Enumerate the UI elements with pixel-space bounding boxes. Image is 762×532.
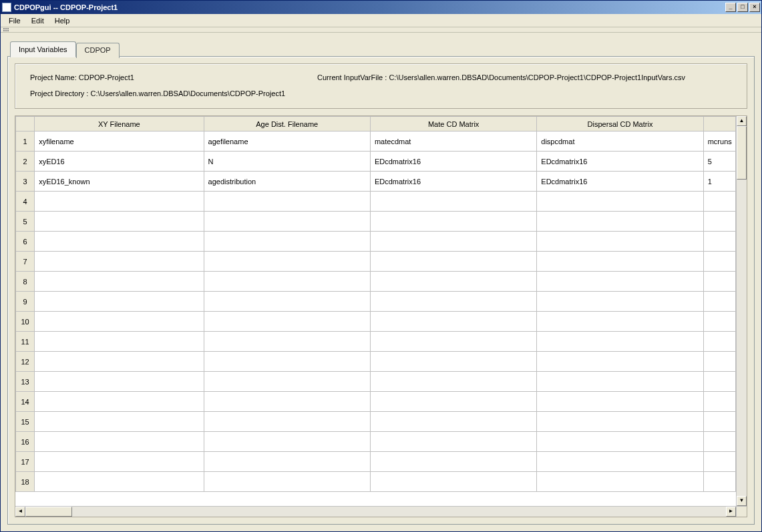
menu-help[interactable]: Help <box>49 15 75 26</box>
table-row[interactable]: 6 <box>16 232 736 252</box>
vertical-scroll-thumb[interactable] <box>737 126 747 180</box>
grip-icon[interactable] <box>3 28 9 32</box>
grid-cell[interactable] <box>35 312 204 332</box>
row-header[interactable]: 15 <box>16 412 35 432</box>
scroll-up-button[interactable]: ▲ <box>737 116 747 126</box>
table-row[interactable]: 2xyED16NEDcdmatrix16EDcdmatrix165 <box>16 152 736 172</box>
grid-cell[interactable] <box>537 352 703 372</box>
grid-cell[interactable] <box>370 432 536 452</box>
grid-cell[interactable] <box>204 452 370 472</box>
grid-cell[interactable]: 1 <box>703 172 735 192</box>
grid-cell[interactable]: xyED16_known <box>35 172 204 192</box>
grid-cell[interactable] <box>703 192 735 212</box>
grid-cell[interactable] <box>370 372 536 392</box>
grid-cell[interactable] <box>370 392 536 412</box>
table-row[interactable]: 11 <box>16 332 736 352</box>
grid-corner[interactable] <box>16 117 35 131</box>
row-header[interactable]: 4 <box>16 192 35 212</box>
row-header[interactable]: 8 <box>16 272 35 292</box>
col-header-dispersal-cd[interactable]: Dispersal CD Matrix <box>537 117 703 131</box>
grid-cell[interactable] <box>204 472 370 492</box>
grid-cell[interactable] <box>204 212 370 232</box>
grid-cell[interactable] <box>204 392 370 412</box>
grid-cell[interactable]: EDcdmatrix16 <box>537 152 703 172</box>
tab-input-variables[interactable]: Input Variables <box>10 41 76 57</box>
grid-cell[interactable] <box>204 332 370 352</box>
grid-cell[interactable]: EDcdmatrix16 <box>537 172 703 192</box>
grid-cell[interactable] <box>370 272 536 292</box>
maximize-button[interactable]: □ <box>737 3 748 12</box>
grid-cell[interactable] <box>35 292 204 312</box>
close-button[interactable]: × <box>749 3 760 12</box>
grid-cell[interactable] <box>703 432 735 452</box>
grid-cell[interactable] <box>703 252 735 272</box>
row-header[interactable]: 3 <box>16 172 35 192</box>
grid-cell[interactable] <box>703 412 735 432</box>
grid-cell[interactable] <box>370 312 536 332</box>
grid-cell[interactable] <box>370 352 536 372</box>
grid-cell[interactable]: mcruns <box>703 131 735 152</box>
grid-cell[interactable] <box>35 472 204 492</box>
inputvar-grid[interactable]: XY Filename Age Dist. Filename Mate CD M… <box>15 116 736 506</box>
grid-cell[interactable] <box>35 352 204 372</box>
grid-cell[interactable] <box>204 252 370 272</box>
menu-file[interactable]: File <box>3 15 26 26</box>
row-header[interactable]: 2 <box>16 152 35 172</box>
grid-cell[interactable] <box>537 392 703 412</box>
grid-cell[interactable]: EDcdmatrix16 <box>370 172 536 192</box>
grid-cell[interactable]: dispcdmat <box>537 131 703 152</box>
grid-cell[interactable]: N <box>204 152 370 172</box>
grid-cell[interactable] <box>370 452 536 472</box>
grid-cell[interactable] <box>35 272 204 292</box>
vertical-scroll-track[interactable] <box>737 126 747 496</box>
grid-cell[interactable] <box>703 212 735 232</box>
grid-cell[interactable] <box>35 432 204 452</box>
grid-cell[interactable] <box>35 332 204 352</box>
grid-cell[interactable]: 5 <box>703 152 735 172</box>
grid-cell[interactable] <box>537 332 703 352</box>
grid-cell[interactable]: agefilename <box>204 131 370 152</box>
grid-cell[interactable] <box>370 212 536 232</box>
table-row[interactable]: 9 <box>16 292 736 312</box>
grid-cell[interactable] <box>703 272 735 292</box>
grid-cell[interactable] <box>204 192 370 212</box>
grid-cell[interactable] <box>537 312 703 332</box>
grid-cell[interactable] <box>703 232 735 252</box>
row-header[interactable]: 1 <box>16 131 35 152</box>
col-header-age-dist[interactable]: Age Dist. Filename <box>204 117 370 131</box>
menu-edit[interactable]: Edit <box>26 15 49 26</box>
grid-cell[interactable] <box>204 272 370 292</box>
grid-cell[interactable] <box>204 432 370 452</box>
grid-cell[interactable] <box>537 472 703 492</box>
grid-cell[interactable] <box>370 192 536 212</box>
grid-cell[interactable] <box>537 212 703 232</box>
row-header[interactable]: 9 <box>16 292 35 312</box>
col-header-extra[interactable] <box>703 117 735 131</box>
row-header[interactable]: 18 <box>16 472 35 492</box>
col-header-xy-filename[interactable]: XY Filename <box>35 117 204 131</box>
row-header[interactable]: 13 <box>16 372 35 392</box>
minimize-button[interactable]: _ <box>725 3 736 12</box>
row-header[interactable]: 17 <box>16 452 35 472</box>
grid-cell[interactable] <box>537 192 703 212</box>
grid-cell[interactable]: agedistribution <box>204 172 370 192</box>
grid-cell[interactable]: matecdmat <box>370 131 536 152</box>
grid-cell[interactable] <box>370 412 536 432</box>
grid-cell[interactable] <box>204 292 370 312</box>
col-header-mate-cd[interactable]: Mate CD Matrix <box>370 117 536 131</box>
grid-cell[interactable] <box>35 192 204 212</box>
table-row[interactable]: 13 <box>16 372 736 392</box>
grid-cell[interactable] <box>35 252 204 272</box>
grid-cell[interactable] <box>204 372 370 392</box>
grid-cell[interactable] <box>35 392 204 412</box>
table-row[interactable]: 7 <box>16 252 736 272</box>
vertical-scrollbar[interactable]: ▲ ▼ <box>736 116 747 506</box>
grid-cell[interactable] <box>370 252 536 272</box>
grid-cell[interactable] <box>35 452 204 472</box>
table-row[interactable]: 3xyED16_knownagedistributionEDcdmatrix16… <box>16 172 736 192</box>
table-row[interactable]: 14 <box>16 392 736 412</box>
table-row[interactable]: 17 <box>16 452 736 472</box>
grid-cell[interactable] <box>703 312 735 332</box>
table-row[interactable]: 5 <box>16 212 736 232</box>
table-row[interactable]: 1xyfilenameagefilenamematecdmatdispcdmat… <box>16 131 736 152</box>
